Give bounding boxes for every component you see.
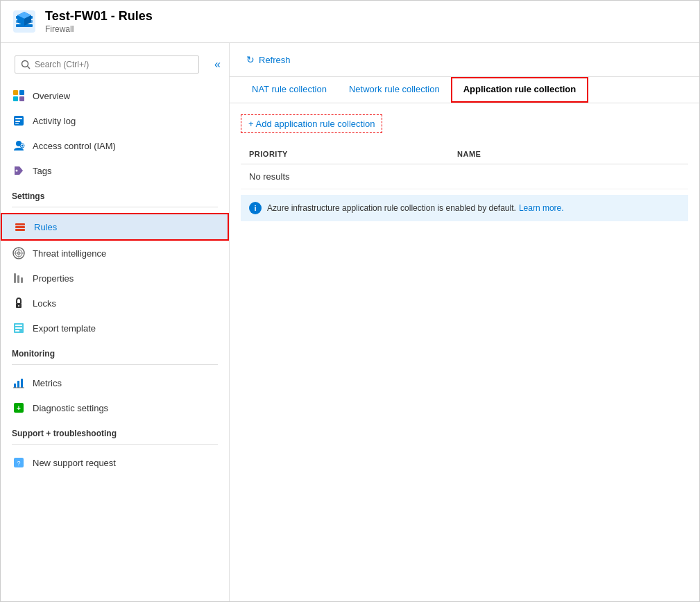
page-title: Test-FW01 - Rules xyxy=(45,9,153,24)
svg-rect-24 xyxy=(15,229,25,231)
rules-table: PRIORITY NAME No results xyxy=(241,144,688,189)
tab-application[interactable]: Application rule collection xyxy=(451,77,589,103)
svg-rect-15 xyxy=(15,118,22,119)
nav-properties-label: Properties xyxy=(33,273,74,284)
tab-nat[interactable]: NAT rule collection xyxy=(241,77,338,103)
nav-rules[interactable]: Rules xyxy=(1,213,229,241)
nav-metrics-label: Metrics xyxy=(33,378,62,388)
monitoring-divider xyxy=(12,364,218,365)
nav-threat-intelligence-label: Threat intelligence xyxy=(33,248,106,259)
nav-access-control[interactable]: Access control (IAM) xyxy=(1,133,229,158)
nav-diagnostic-settings-label: Diagnostic settings xyxy=(33,403,108,413)
locks-icon xyxy=(12,296,26,310)
nav-overview[interactable]: Overview xyxy=(1,83,229,108)
nav-tags-label: Tags xyxy=(33,166,51,176)
svg-rect-40 xyxy=(17,381,19,388)
svg-point-21 xyxy=(16,170,18,172)
svg-rect-31 xyxy=(17,275,19,283)
svg-rect-13 xyxy=(19,96,24,101)
svg-point-8 xyxy=(22,61,28,67)
nav-activity-log-label: Activity log xyxy=(33,116,76,126)
search-icon xyxy=(21,60,31,69)
toolbar: ↻ Refresh xyxy=(230,43,699,77)
settings-divider xyxy=(12,207,218,207)
svg-rect-12 xyxy=(13,96,18,101)
nav-export-template-label: Export template xyxy=(33,323,96,334)
priority-column-header: PRIORITY xyxy=(249,150,457,158)
diagnostic-settings-icon: + xyxy=(12,401,26,415)
svg-rect-32 xyxy=(21,277,23,283)
access-control-icon xyxy=(12,139,26,153)
export-template-icon xyxy=(12,321,26,335)
overview-icon xyxy=(12,89,26,103)
add-collection-label: + Add application rule collection xyxy=(248,119,375,129)
nav-properties[interactable]: Properties xyxy=(1,266,229,291)
nav-tags[interactable]: Tags xyxy=(1,158,229,183)
page-subtitle: Firewall xyxy=(45,24,153,34)
header: Test-FW01 - Rules Firewall xyxy=(1,1,699,43)
svg-rect-36 xyxy=(15,325,22,326)
main-layout: « Overview xyxy=(1,43,699,601)
svg-text:?: ? xyxy=(17,460,20,467)
tabs-container: NAT rule collection Network rule collect… xyxy=(230,77,699,103)
metrics-icon xyxy=(12,376,26,390)
svg-rect-41 xyxy=(21,379,23,388)
svg-point-34 xyxy=(18,305,19,307)
support-section-label: Support + troubleshooting xyxy=(1,420,229,441)
sidebar: « Overview xyxy=(1,43,230,601)
nav-new-support-request-label: New support request xyxy=(33,458,116,468)
no-results-text: No results xyxy=(249,171,290,182)
refresh-button[interactable]: ↻ Refresh xyxy=(241,51,296,68)
tags-icon xyxy=(12,164,26,178)
activity-log-icon xyxy=(12,114,26,128)
content-area: ↻ Refresh NAT rule collection Network ru… xyxy=(230,43,699,601)
svg-rect-10 xyxy=(13,90,18,95)
table-header: PRIORITY NAME xyxy=(241,144,688,164)
svg-rect-30 xyxy=(14,273,16,283)
svg-rect-38 xyxy=(15,330,19,332)
search-box[interactable] xyxy=(15,55,199,74)
collapse-sidebar-button[interactable]: « xyxy=(212,57,223,72)
info-icon: i xyxy=(249,202,262,214)
svg-text:+: + xyxy=(17,404,21,412)
header-text: Test-FW01 - Rules Firewall xyxy=(45,9,153,34)
nav-metrics[interactable]: Metrics xyxy=(1,370,229,395)
tab-network[interactable]: Network rule collection xyxy=(338,77,451,103)
learn-more-link[interactable]: Learn more. xyxy=(519,203,564,213)
rules-icon xyxy=(13,220,27,234)
properties-icon xyxy=(12,271,26,285)
nav-new-support-request[interactable]: ? New support request xyxy=(1,450,229,475)
svg-point-20 xyxy=(22,145,24,147)
threat-intelligence-icon xyxy=(12,246,26,260)
support-divider xyxy=(12,444,218,445)
monitoring-section-label: Monitoring xyxy=(1,341,229,361)
refresh-icon: ↻ xyxy=(246,54,255,65)
svg-line-9 xyxy=(28,67,31,69)
settings-section-label: Settings xyxy=(1,183,229,204)
nav-export-template[interactable]: Export template xyxy=(1,316,229,341)
no-results-row: No results xyxy=(241,164,688,189)
nav-threat-intelligence[interactable]: Threat intelligence xyxy=(1,241,229,266)
new-support-request-icon: ? xyxy=(12,456,26,470)
svg-rect-23 xyxy=(15,226,25,228)
svg-rect-37 xyxy=(15,327,22,329)
nav-access-control-label: Access control (IAM) xyxy=(33,141,116,151)
nav-diagnostic-settings[interactable]: + Diagnostic settings xyxy=(1,395,229,420)
nav-activity-log[interactable]: Activity log xyxy=(1,108,229,133)
firewall-icon xyxy=(12,9,37,34)
nav-locks[interactable]: Locks xyxy=(1,291,229,316)
svg-rect-22 xyxy=(15,223,25,225)
info-bar: i Azure infrastructure application rule … xyxy=(241,195,688,221)
nav-locks-label: Locks xyxy=(33,298,56,309)
svg-rect-17 xyxy=(15,123,19,124)
add-collection-button[interactable]: + Add application rule collection xyxy=(241,114,382,133)
svg-rect-11 xyxy=(19,90,24,95)
info-text: Azure infrastructure application rule co… xyxy=(267,203,516,213)
content-body: + Add application rule collection PRIORI… xyxy=(230,103,699,232)
search-input[interactable] xyxy=(35,60,193,69)
name-column-header: NAME xyxy=(457,150,680,158)
svg-rect-39 xyxy=(14,384,16,388)
nav-overview-label: Overview xyxy=(33,91,70,101)
refresh-label: Refresh xyxy=(259,55,291,65)
svg-rect-16 xyxy=(15,121,20,122)
